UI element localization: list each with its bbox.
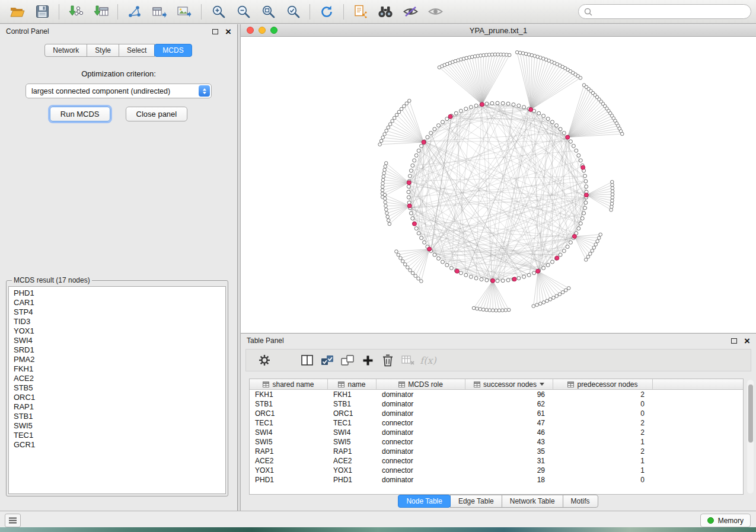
mcds-result-item[interactable]: STB5 (9, 383, 225, 393)
table-row[interactable]: RAP1RAP1dominator352 (250, 447, 743, 456)
tab-motifs[interactable]: Motifs (563, 495, 598, 508)
show-columns-button[interactable] (297, 351, 317, 369)
export-table-button[interactable] (147, 2, 172, 21)
column-header-MCDS-role[interactable]: MCDS role (377, 379, 465, 389)
mcds-result-item[interactable]: SWI4 (9, 336, 225, 345)
table-row[interactable]: STB1STB1dominator620 (250, 399, 743, 409)
task-history-button[interactable] (5, 514, 21, 527)
mcds-result-item[interactable]: STP4 (9, 307, 225, 317)
search-input[interactable] (596, 8, 745, 16)
hide-selected-button[interactable] (398, 2, 423, 21)
mcds-result-item[interactable]: SWI5 (9, 421, 225, 431)
table-row[interactable]: FKH1FKH1dominator962 (250, 390, 743, 399)
zoom-out-button[interactable] (231, 2, 256, 21)
table-row[interactable]: ACE2ACE2connector311 (250, 456, 743, 466)
mcds-result-item[interactable]: ACE2 (9, 374, 225, 383)
search-icon (584, 8, 592, 16)
plus-icon (362, 355, 374, 366)
export-network-button[interactable] (122, 2, 147, 21)
memory-button[interactable]: Memory (700, 514, 751, 527)
export-image-icon (177, 5, 192, 18)
eye-slash-icon (403, 6, 418, 17)
close-panel-icon[interactable]: × (225, 27, 231, 37)
table-row[interactable]: PHD1PHD1dominator180 (250, 475, 743, 485)
table-settings-button[interactable] (254, 351, 275, 369)
close-panel-button[interactable]: Close panel (126, 107, 188, 121)
export-image-button[interactable] (172, 2, 197, 21)
table-row[interactable]: YOX1YOX1connector291 (250, 466, 743, 475)
column-header-name[interactable]: name (328, 379, 377, 389)
tab-network-table[interactable]: Network Table (502, 495, 563, 508)
tab-network[interactable]: Network (44, 44, 87, 57)
clone-network-button[interactable] (348, 2, 373, 21)
refresh-layout-button[interactable] (314, 2, 339, 21)
table-row[interactable]: TEC1TEC1connector472 (250, 418, 743, 428)
tab-node-table[interactable]: Node Table (398, 495, 451, 508)
main-toolbar (0, 0, 756, 24)
select-all-columns-button[interactable] (317, 351, 337, 369)
status-bar: Memory (0, 511, 756, 532)
scrollbar-thumb[interactable] (748, 384, 753, 443)
mcds-result-item[interactable]: RAP1 (9, 402, 225, 412)
mcds-result-item[interactable]: FKH1 (9, 364, 225, 374)
export-table-icon (152, 5, 167, 18)
delete-table-icon (401, 355, 414, 366)
find-button[interactable] (373, 2, 398, 21)
zoom-fit-button[interactable] (256, 2, 280, 21)
table-row[interactable]: SWI5SWI5connector431 (250, 437, 743, 447)
table-row[interactable]: SWI4SWI4dominator462 (250, 428, 743, 437)
unselect-all-columns-button[interactable] (337, 351, 358, 369)
float-panel-icon[interactable] (212, 29, 218, 34)
zoom-selected-button[interactable] (280, 2, 305, 21)
mcds-result-list[interactable]: PHD1CAR1STP4TID3YOX1SWI4SRD1PMA2FKH1ACE2… (8, 286, 226, 494)
table-scrollbar[interactable] (747, 380, 754, 493)
network-window-title: YPA_prune.txt_1 (241, 26, 756, 35)
mcds-result-item[interactable]: YOX1 (9, 326, 225, 336)
mcds-result-item[interactable]: ORC1 (9, 393, 225, 402)
zoom-in-button[interactable] (206, 2, 231, 21)
column-type-icon (398, 382, 405, 387)
tab-edge-table[interactable]: Edge Table (450, 495, 502, 508)
mcds-result-item[interactable]: SRD1 (9, 345, 225, 355)
mcds-result-item[interactable]: CAR1 (9, 298, 225, 307)
search-box[interactable] (578, 4, 751, 19)
network-canvas[interactable] (241, 37, 756, 333)
save-session-button[interactable] (30, 2, 55, 21)
zoom-fit-icon (261, 5, 275, 18)
mcds-result-item[interactable]: TEC1 (9, 431, 225, 440)
create-column-button[interactable] (358, 351, 378, 369)
delete-table-button[interactable] (398, 351, 418, 369)
toolbar-separator (59, 4, 59, 20)
window-close-icon[interactable] (247, 27, 254, 34)
table-row[interactable]: ORC1ORC1dominator610 (250, 409, 743, 418)
show-all-button[interactable] (423, 2, 448, 21)
window-minimize-icon[interactable] (259, 27, 266, 34)
close-panel-icon[interactable]: × (744, 336, 750, 346)
table-toolbar: f(x) (245, 349, 751, 371)
float-panel-icon[interactable] (731, 338, 737, 344)
mcds-result-item[interactable]: TID3 (9, 317, 225, 326)
import-network-button[interactable] (63, 2, 88, 21)
mcds-result-item[interactable]: GCR1 (9, 440, 225, 450)
delete-column-button[interactable] (378, 351, 398, 369)
network-graph[interactable] (241, 37, 756, 333)
binoculars-icon (378, 5, 393, 18)
open-file-button[interactable] (5, 2, 30, 21)
tab-mcds[interactable]: MCDS (154, 44, 192, 57)
function-builder-button[interactable]: f(x) (418, 351, 438, 369)
network-window-titlebar[interactable]: YPA_prune.txt_1 (241, 24, 756, 37)
table-panel-tabs: Node TableEdge TableNetwork TableMotifs (241, 495, 756, 508)
mcds-result-item[interactable]: PHD1 (9, 289, 225, 298)
window-maximize-icon[interactable] (270, 27, 277, 34)
mcds-result-item[interactable]: PMA2 (9, 355, 225, 364)
column-header-shared-name[interactable]: shared name (250, 379, 328, 389)
mcds-result-item[interactable]: STB1 (9, 412, 225, 421)
run-mcds-button[interactable]: Run MCDS (50, 107, 110, 121)
tab-select[interactable]: Select (119, 44, 155, 57)
memory-status-icon (707, 517, 714, 524)
optimization-criterion-dropdown[interactable]: largest connected component (undirected) (25, 84, 212, 98)
column-header-predecessor-nodes[interactable]: predecessor nodes (553, 379, 653, 389)
column-header-successor-nodes[interactable]: successor nodes (465, 379, 553, 389)
tab-style[interactable]: Style (87, 44, 119, 57)
import-table-button[interactable] (88, 2, 113, 21)
